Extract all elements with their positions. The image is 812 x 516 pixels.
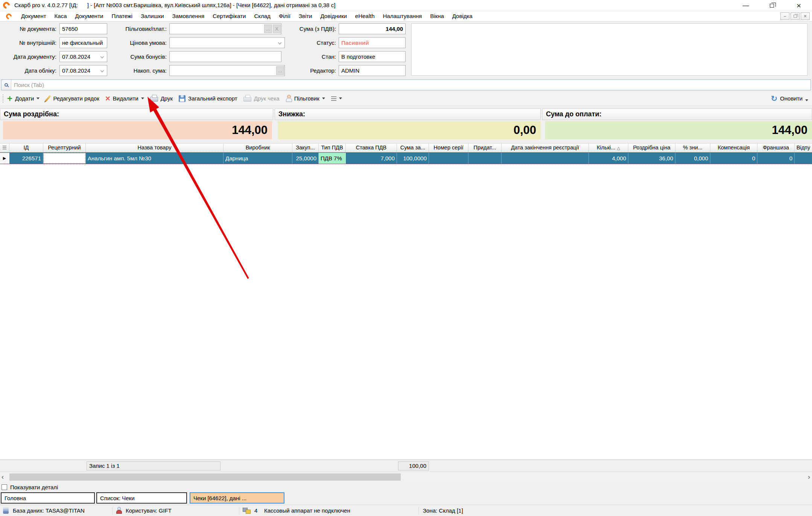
show-details-label: Показувати деталі [10,484,58,490]
add-button[interactable]: + Додати [7,95,40,102]
mdi-restore-button[interactable] [791,12,800,20]
menu-stock[interactable]: Залишки [137,11,168,21]
export-button[interactable]: Загальний експорт [179,95,237,102]
pencil-icon [45,95,51,102]
chevron-down-icon[interactable] [100,55,104,59]
account-date-field[interactable]: 07.08.2024 [59,65,107,76]
scroll-right-icon[interactable]: › [808,472,810,482]
sum-with-vat-field: 144,00 [339,23,406,34]
menu-kasa[interactable]: Каса [50,11,71,21]
horizontal-scrollbar[interactable]: ‹ › [0,472,812,482]
col-retail-price[interactable]: Роздрібна ціна [628,143,675,152]
notes-area[interactable] [411,23,807,76]
state-field: В подготовке [339,51,406,62]
accum-sum-browse-button[interactable]: ... [276,66,284,75]
cell-reg-end-date[interactable] [502,153,589,164]
accum-sum-field[interactable]: ... [169,65,285,76]
menu-reports[interactable]: Звіти [295,11,316,21]
menu-warehouse[interactable]: Склад [250,11,274,21]
menu-ehealth[interactable]: eHealth [351,11,379,21]
cell-franchise[interactable]: 0 [757,153,795,164]
chevron-down-icon[interactable] [278,41,282,45]
person-icon [286,95,292,102]
cell-dispense[interactable] [795,153,812,164]
col-prescription[interactable]: Рецептурний [43,143,86,152]
cell-sum[interactable]: 100,0000 [397,153,429,164]
col-discount-pct[interactable]: % зни... [675,143,710,152]
cell-serial[interactable] [429,153,468,164]
col-manufacturer[interactable]: Виробник [224,143,292,152]
menu-document[interactable]: Документ [17,11,50,21]
col-dispense[interactable]: Відпу [795,143,812,152]
menu-certificates[interactable]: Сертифікати [208,11,250,21]
cell-manufacturer[interactable]: Дарница [224,153,292,164]
cell-quantity[interactable]: 4,000 [589,153,628,164]
cell-product-name[interactable]: Анальгин амп. 5мл №30 [86,153,224,164]
col-reg-end-date[interactable]: Дата закінчення реєстрації [502,143,589,152]
menu-help[interactable]: Довідка [448,11,477,21]
beneficiary-browse-button[interactable]: ... [264,24,272,33]
status-label: Статус: [288,37,336,48]
menu-settings[interactable]: Налаштування [379,11,426,21]
cell-id[interactable]: 226571 [9,153,43,164]
menu-directories[interactable]: Довідники [316,11,351,21]
scrollbar-thumb[interactable] [9,473,401,481]
list-options-button[interactable] [331,96,342,101]
tab-receipts-active[interactable]: Чеки [64622], дані ... [190,492,284,504]
print-receipt-button[interactable]: Друк чека [243,95,280,102]
menu-payments[interactable]: Платежі [107,11,137,21]
status-bar: База даних: TASA3@TITAN Користувач: GIFT… [0,505,812,516]
menu-orders[interactable]: Замовлення [168,11,208,21]
col-valid[interactable]: Придат... [468,143,502,152]
bonus-sum-field[interactable] [169,51,281,62]
show-details-checkbox[interactable] [2,484,7,490]
price-condition-select[interactable] [169,37,285,48]
col-compensation[interactable]: Компенсація [710,143,757,152]
header-selector[interactable] [0,143,9,152]
cell-retail-price[interactable]: 36,00 [628,153,675,164]
beneficiary-field[interactable]: ... X [169,23,281,34]
col-quantity[interactable]: Кількі...△ [589,143,628,152]
mdi-minimize-button[interactable]: – [780,12,789,20]
tab-main[interactable]: Головна [1,492,95,504]
col-vat-type[interactable]: Тип ПДВ [319,143,346,152]
col-franchise[interactable]: Франшиза [757,143,795,152]
search-input[interactable]: Поиск (Tab) [1,79,811,90]
cell-discount-pct[interactable]: 0,000 [675,153,710,164]
col-product-name[interactable]: Назва товару [86,143,224,152]
table-row[interactable]: ▶ 226571 Анальгин амп. 5мл №30 Дарница 2… [0,152,812,164]
internal-number-field[interactable]: не фискальный [59,37,107,48]
beneficiary-button[interactable]: Пільговик [286,95,325,102]
cell-purchase[interactable]: 25,0000 [292,153,319,164]
col-sum[interactable]: Сума за... [397,143,429,152]
restore-button[interactable] [763,0,780,11]
doc-date-field[interactable]: 07.08.2024 [59,51,107,62]
tab-receipts-list[interactable]: Список: Чеки [96,492,187,504]
delete-button[interactable]: × Видалити [105,95,144,102]
refresh-button[interactable]: ↻ Оновити [771,95,809,102]
minimize-button[interactable]: — [737,0,754,11]
col-vat-rate[interactable]: Ставка ПДВ [346,143,397,152]
col-id[interactable]: ІД [9,143,43,152]
doc-number-field[interactable]: 57650 [59,23,107,34]
scroll-left-icon[interactable]: ‹ [2,472,4,482]
toolbar-grip[interactable] [3,94,3,103]
print-button[interactable]: Друк [150,95,173,102]
sum-total: 100,00 [398,461,429,470]
close-button[interactable]: × [790,0,807,11]
col-purchase[interactable]: Закуп... [292,143,319,152]
mdi-close-button[interactable]: × [801,12,810,20]
col-serial[interactable]: Номер серії [429,143,468,152]
menu-branches[interactable]: Філії [275,11,295,21]
beneficiary-clear-button[interactable]: X [273,24,281,33]
edit-row-button[interactable]: Редагувати рядок [46,95,99,102]
cell-valid[interactable] [468,153,502,164]
cell-compensation[interactable]: 0 [710,153,757,164]
cell-prescription[interactable] [43,153,86,164]
cell-vat-type[interactable]: ПДВ 7% [319,153,346,164]
chevron-down-icon[interactable] [100,69,104,73]
menu-documents[interactable]: Документи [71,11,107,21]
cash-register-status: Кассовый аппарат не подключен [264,505,350,516]
cell-vat-rate[interactable]: 7,000 [346,153,397,164]
menu-windows[interactable]: Вікна [426,11,448,21]
